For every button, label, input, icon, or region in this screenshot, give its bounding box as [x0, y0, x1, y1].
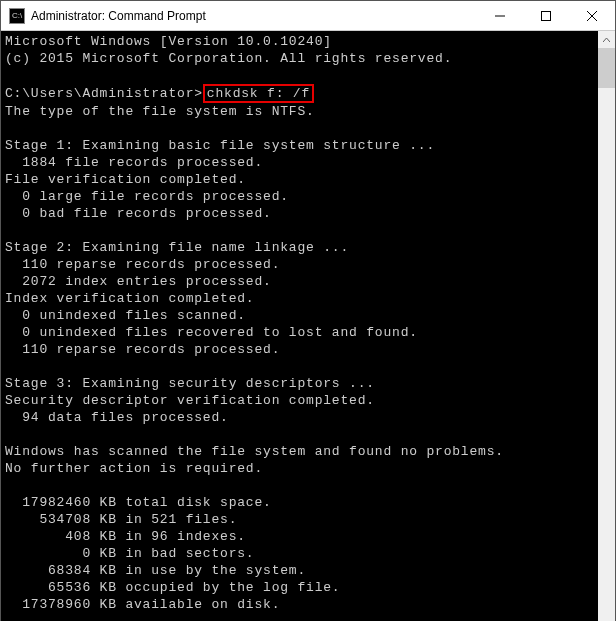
vertical-scrollbar[interactable] — [598, 31, 615, 621]
output-line: 534708 KB in 521 files. — [5, 512, 237, 527]
terminal-output[interactable]: Microsoft Windows [Version 10.0.10240] (… — [1, 31, 598, 621]
output-line: (c) 2015 Microsoft Corporation. All righ… — [5, 51, 452, 66]
output-line: Stage 2: Examining file name linkage ... — [5, 240, 349, 255]
output-line: 0 KB in bad sectors. — [5, 546, 254, 561]
command-text: chkdsk f: /f — [207, 86, 310, 101]
close-button[interactable] — [569, 1, 615, 31]
close-icon — [587, 11, 597, 21]
window-title: Administrator: Command Prompt — [31, 9, 206, 23]
output-line: 408 KB in 96 indexes. — [5, 529, 246, 544]
maximize-button[interactable] — [523, 1, 569, 31]
output-line: 17378960 KB available on disk. — [5, 597, 280, 612]
output-line: 2072 index entries processed. — [5, 274, 272, 289]
titlebar[interactable]: C:\ Administrator: Command Prompt — [1, 1, 615, 31]
output-line: Windows has scanned the file system and … — [5, 444, 504, 459]
output-line: Stage 3: Examining security descriptors … — [5, 376, 375, 391]
output-line: 68384 KB in use by the system. — [5, 563, 306, 578]
output-line: 94 data files processed. — [5, 410, 229, 425]
maximize-icon — [541, 11, 551, 21]
output-line: 17982460 KB total disk space. — [5, 495, 272, 510]
output-line: No further action is required. — [5, 461, 263, 476]
output-line: 0 unindexed files scanned. — [5, 308, 246, 323]
svg-rect-1 — [542, 11, 551, 20]
minimize-icon — [495, 11, 505, 21]
chevron-up-icon — [603, 38, 610, 42]
cmd-icon-label: C:\ — [12, 11, 22, 20]
output-line: 0 large file records processed. — [5, 189, 289, 204]
cmd-icon: C:\ — [9, 8, 25, 24]
output-line: Index verification completed. — [5, 291, 254, 306]
command-highlight: chkdsk f: /f — [203, 84, 314, 103]
minimize-button[interactable] — [477, 1, 523, 31]
scroll-thumb[interactable] — [598, 48, 615, 88]
output-line: The type of the file system is NTFS. — [5, 104, 315, 119]
client-area: Microsoft Windows [Version 10.0.10240] (… — [1, 31, 615, 621]
output-line: 1884 file records processed. — [5, 155, 263, 170]
output-line: 110 reparse records processed. — [5, 257, 280, 272]
command-prompt-window: C:\ Administrator: Command Prompt Micros… — [0, 0, 616, 621]
output-line: Stage 1: Examining basic file system str… — [5, 138, 435, 153]
output-line: File verification completed. — [5, 172, 246, 187]
output-line: Microsoft Windows [Version 10.0.10240] — [5, 34, 332, 49]
output-line: 65536 KB occupied by the log file. — [5, 580, 340, 595]
output-line: 110 reparse records processed. — [5, 342, 280, 357]
scroll-up-button[interactable] — [598, 31, 615, 48]
output-line: 0 unindexed files recovered to lost and … — [5, 325, 418, 340]
output-line: Security descriptor verification complet… — [5, 393, 375, 408]
prompt-path: C:\Users\Administrator> — [5, 86, 203, 101]
output-line: 0 bad file records processed. — [5, 206, 272, 221]
